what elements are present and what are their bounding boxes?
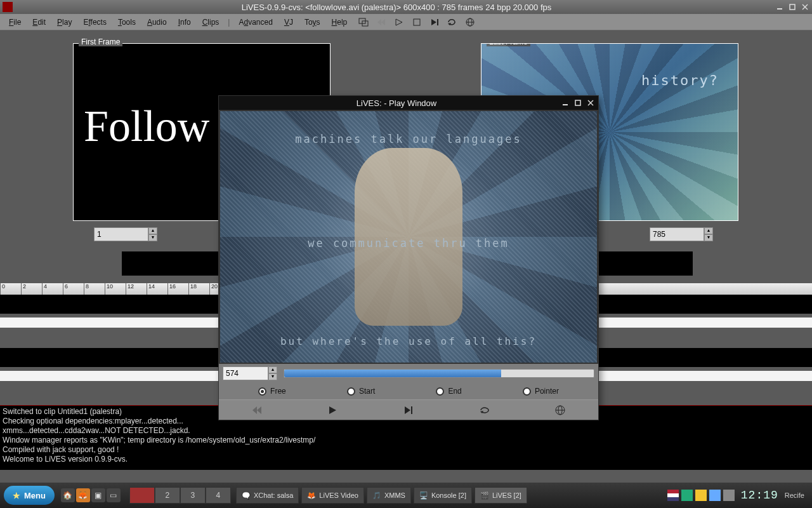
- pw-skip-icon[interactable]: [398, 403, 419, 417]
- skip-end-icon[interactable]: [428, 17, 441, 28]
- window-title: LiVES-0.9.9-cvs: <followlove.avi (palest…: [18, 3, 775, 12]
- play-window-titlebar[interactable]: LiVES: - Play Window: [219, 96, 598, 110]
- tray-flag-icon[interactable]: [667, 490, 679, 501]
- pw-loop-icon[interactable]: [474, 403, 495, 417]
- last-frame-input[interactable]: [650, 227, 704, 241]
- menu-info[interactable]: Info: [173, 16, 196, 29]
- menu-clips[interactable]: Clips: [197, 16, 225, 29]
- spin-up-icon[interactable]: ▲: [148, 227, 157, 234]
- svg-marker-20: [252, 406, 257, 414]
- globe-icon[interactable]: [464, 17, 476, 28]
- spin-down-icon[interactable]: ▼: [704, 234, 713, 241]
- task-icon: 🗨️: [242, 491, 251, 500]
- ruler-tick: 16: [167, 283, 188, 295]
- tray-xmms-icon[interactable]: [695, 490, 707, 501]
- svg-rect-24: [411, 406, 412, 414]
- radio-end[interactable]: End: [436, 387, 461, 396]
- tray-chat-icon[interactable]: [681, 490, 693, 501]
- ql-show-desktop-icon[interactable]: ▭: [107, 488, 121, 502]
- spin-up-icon[interactable]: ▲: [704, 227, 713, 234]
- rewind-icon[interactable]: [375, 17, 388, 28]
- svg-marker-21: [257, 406, 261, 414]
- menu-tools[interactable]: Tools: [113, 16, 141, 29]
- pw-play-icon[interactable]: [322, 403, 343, 417]
- play-mode-radios: Free Start End Pointer: [219, 383, 598, 399]
- svg-marker-8: [396, 19, 402, 25]
- menu-play[interactable]: Play: [52, 16, 77, 29]
- first-frame-spinner[interactable]: ▲▼: [94, 227, 157, 241]
- play-window: LiVES: - Play Window machines talk our l…: [218, 95, 599, 420]
- separate-window-icon[interactable]: [357, 17, 370, 28]
- task-button[interactable]: 🗨️XChat: salsa: [236, 487, 299, 504]
- console-line: Compiled with jack support, good !: [3, 445, 809, 455]
- spin-up-icon[interactable]: ▲: [268, 366, 277, 373]
- ql-terminal-icon[interactable]: ▣: [91, 488, 105, 502]
- menu-separator: |: [225, 18, 232, 27]
- current-frame-input[interactable]: [223, 366, 268, 380]
- ql-firefox-icon[interactable]: 🦊: [76, 488, 90, 502]
- stop-icon[interactable]: [410, 17, 423, 28]
- menu-file[interactable]: File: [4, 16, 26, 29]
- tray-clipboard-icon[interactable]: [709, 490, 721, 501]
- menu-advanced[interactable]: Advanced: [233, 16, 277, 29]
- ruler-tick: 4: [42, 283, 63, 295]
- menu-edit[interactable]: Edit: [27, 16, 51, 29]
- task-label: XMMS: [384, 491, 405, 499]
- pager-4[interactable]: 4: [206, 487, 231, 504]
- menu-toys[interactable]: Toys: [299, 16, 325, 29]
- svg-rect-1: [790, 4, 795, 10]
- play-window-controls: ▲ ▼: [219, 364, 598, 383]
- pager-3[interactable]: 3: [180, 487, 206, 504]
- ql-home-icon[interactable]: 🏠: [61, 488, 75, 502]
- overlay-text-1: machines talk our languages: [220, 133, 597, 145]
- task-icon: 🎵: [372, 491, 381, 500]
- console-line: xmms...detected...cdda2wav...NOT DETECTE…: [3, 426, 809, 436]
- quick-launch: 🏠 🦊 ▣ ▭: [61, 488, 121, 502]
- svg-rect-16: [563, 104, 568, 105]
- pager-1[interactable]: [129, 487, 155, 504]
- play-maximize-button[interactable]: [573, 98, 583, 108]
- console-line: Welcome to LiVES version 0.9.9-cvs.: [3, 455, 809, 464]
- spin-down-icon[interactable]: ▼: [148, 234, 157, 241]
- last-frame-spinner[interactable]: ▲▼: [650, 227, 713, 241]
- console-line: Window manager reports as "KWin"; temp d…: [3, 436, 809, 445]
- menu-effects[interactable]: Effects: [78, 16, 111, 29]
- radio-pointer[interactable]: Pointer: [523, 387, 559, 396]
- loop-icon[interactable]: [446, 17, 459, 28]
- task-icon: 🖥️: [419, 491, 428, 500]
- menu-vj[interactable]: VJ: [279, 16, 298, 29]
- maximize-button[interactable]: [788, 3, 797, 11]
- task-button[interactable]: 🖥️Konsole [2]: [414, 487, 472, 504]
- spin-down-icon[interactable]: ▼: [268, 373, 277, 380]
- svg-rect-0: [777, 8, 782, 10]
- overlay-text-3: but where's the use of all this?: [220, 335, 597, 347]
- minimize-button[interactable]: [775, 3, 784, 11]
- menu-audio[interactable]: Audio: [142, 16, 172, 29]
- task-button[interactable]: 🎵XMMS: [367, 487, 411, 504]
- play-minimize-button[interactable]: [560, 98, 570, 108]
- close-button[interactable]: [801, 3, 809, 11]
- pager-2[interactable]: 2: [155, 487, 180, 504]
- menu-help[interactable]: Help: [327, 16, 353, 29]
- first-frame-input[interactable]: [94, 227, 148, 241]
- pw-globe-icon[interactable]: [549, 403, 571, 417]
- play-position-slider[interactable]: [284, 369, 594, 378]
- start-menu-button[interactable]: ★ Menu: [4, 486, 55, 505]
- svg-marker-10: [431, 19, 436, 25]
- task-button[interactable]: 🎬LiVES [2]: [475, 487, 527, 504]
- svg-rect-9: [414, 19, 420, 25]
- taskbar-tasks: 🗨️XChat: salsa🦊LiVES Video🎵XMMS🖥️Konsole…: [236, 487, 665, 504]
- radio-free[interactable]: Free: [258, 387, 286, 396]
- current-frame-spinner[interactable]: ▲ ▼: [223, 366, 277, 380]
- overlay-text-2: we communicate thru them: [220, 237, 597, 250]
- task-button[interactable]: 🦊LiVES Video: [301, 487, 364, 504]
- task-label: LiVES [2]: [492, 491, 521, 499]
- task-label: Konsole [2]: [431, 491, 466, 499]
- play-window-toolbar: [219, 399, 598, 420]
- tray-unknown-icon[interactable]: [723, 490, 735, 501]
- taskbar-clock[interactable]: 12:19: [741, 489, 778, 502]
- play-icon[interactable]: [393, 17, 405, 28]
- radio-start[interactable]: Start: [347, 387, 375, 396]
- task-label: XChat: salsa: [254, 491, 293, 499]
- play-close-button[interactable]: [586, 98, 596, 108]
